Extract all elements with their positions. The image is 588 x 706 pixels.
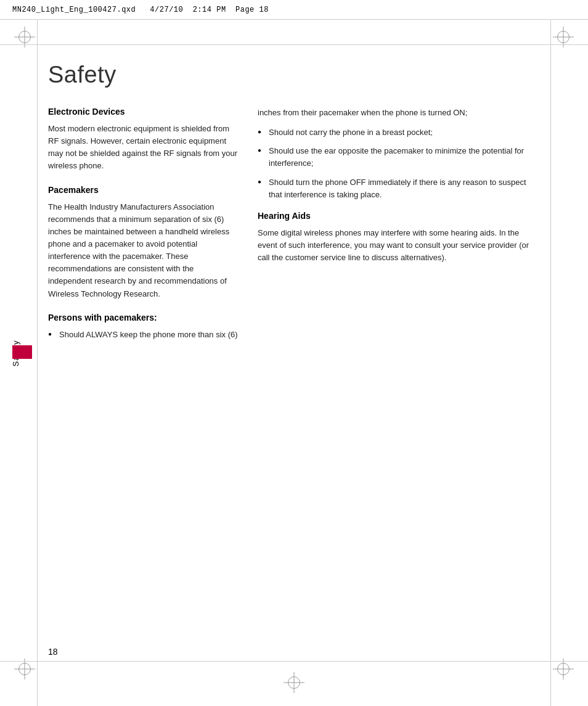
header-separator1 (136, 6, 150, 14)
header-time: 2:14 PM (193, 6, 226, 14)
sidebar-accent-bar (12, 345, 32, 359)
registration-mark-top-left (18, 31, 31, 43)
registration-mark-bottom-center (288, 676, 300, 689)
continuation-text: inches from their pacemaker when the pho… (258, 107, 540, 119)
hearing-aids-heading: Hearing Aids (258, 211, 540, 221)
bullet-item-always-keep: Should ALWAYS keep the phone more than s… (48, 329, 239, 341)
left-column: Electronic Devices Most modern electroni… (48, 107, 239, 351)
right-column: inches from their pacemaker when the pho… (258, 107, 540, 351)
header-bar: MN240_Light_Eng_100427.qxd 4/27/10 2:14 … (0, 0, 588, 20)
two-column-layout: Electronic Devices Most modern electroni… (48, 107, 540, 351)
persons-with-pacemakers-bullets: Should ALWAYS keep the phone more than s… (48, 329, 239, 341)
bullet-turn-off: Should turn the phone OFF immediately if… (258, 176, 540, 201)
trim-line-right (550, 0, 551, 706)
registration-mark-bottom-right (557, 663, 570, 675)
header-separator3 (226, 6, 235, 14)
trim-line-bottom (0, 661, 588, 662)
hearing-aids-body: Some digital wireless phones may interfe… (258, 227, 540, 264)
persons-with-pacemakers-heading: Persons with pacemakers: (48, 313, 239, 322)
bullet-breast-pocket: Should not carry the phone in a breast p… (258, 126, 540, 139)
bullet-ear-opposite: Should use the ear opposite the pacemake… (258, 145, 540, 170)
content-area: Safety Electronic Devices Most modern el… (48, 62, 540, 657)
pacemakers-body: The Health Industry Manufacturers Associ… (48, 201, 239, 300)
registration-mark-top-right (557, 31, 570, 43)
pacemakers-heading: Pacemakers (48, 185, 239, 195)
electronic-devices-body: Most modern electronic equipment is shie… (48, 123, 239, 173)
header-separator2 (183, 6, 192, 14)
trim-line-top (0, 44, 588, 45)
registration-mark-bottom-left (18, 663, 31, 675)
page-title: Safety (48, 62, 540, 88)
header-filename: MN240_Light_Eng_100427.qxd (12, 6, 136, 14)
header-date: 4/27/10 (150, 6, 183, 14)
header-page: Page 18 (235, 6, 269, 14)
electronic-devices-heading: Electronic Devices (48, 107, 239, 117)
trim-line-left (37, 0, 38, 706)
pacemaker-bullets-continued: Should not carry the phone in a breast p… (258, 126, 540, 201)
